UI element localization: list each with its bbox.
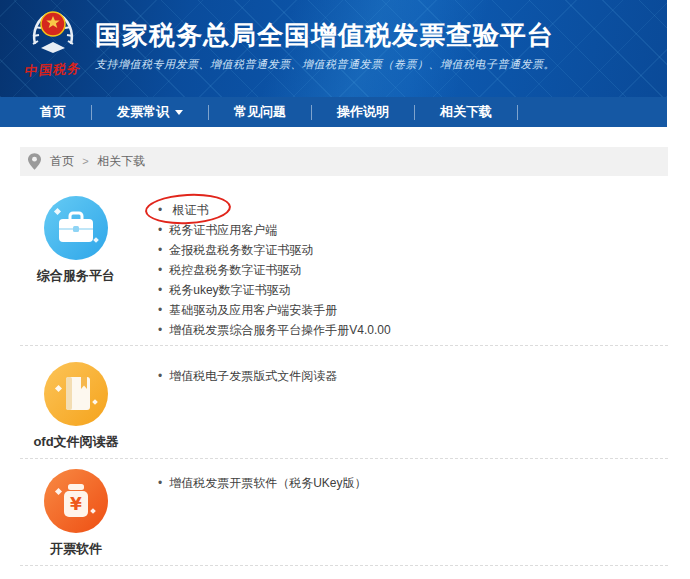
page: 中国税务 国家税务总局全国增值税发票查验平台 支持增值税专用发票、增值税普通发票… bbox=[0, 0, 690, 579]
main-nav: 首页 发票常识 常见问题 操作说明 相关下载 bbox=[0, 97, 667, 127]
location-pin-icon bbox=[28, 153, 41, 170]
book-icon bbox=[44, 362, 108, 426]
nav-item-home[interactable]: 首页 bbox=[15, 103, 91, 121]
category-label: 综合服务平台 bbox=[37, 267, 115, 285]
download-link-jinbaoshuipan-driver[interactable]: 金报税盘税务数字证书驱动 bbox=[158, 240, 391, 260]
breadcrumb-current: 相关下载 bbox=[97, 154, 145, 168]
page-subtitle: 支持增值税专用发票、增值税普通发票、增值税普通发票（卷票）、增值税电子普通发票。 bbox=[95, 57, 667, 72]
nav-divider bbox=[517, 105, 518, 120]
download-link-ukey-driver[interactable]: 税务ukey数字证书驱动 bbox=[158, 280, 391, 300]
download-link-tax-cert-client[interactable]: 税务证书应用客户端 bbox=[158, 220, 391, 240]
tax-emblem-icon bbox=[25, 8, 81, 56]
chevron-down-icon bbox=[175, 110, 183, 115]
category-label: 开票软件 bbox=[50, 540, 102, 558]
yuan-symbol: ¥ bbox=[70, 494, 82, 514]
breadcrumb-separator: > bbox=[82, 155, 88, 167]
page-title: 国家税务总局全国增值税发票查验平台 bbox=[95, 20, 667, 50]
breadcrumb: 首页 > 相关下载 bbox=[20, 147, 668, 176]
breadcrumb-home-link[interactable]: 首页 bbox=[50, 154, 74, 168]
toolbox-icon bbox=[44, 196, 108, 260]
nav-item-invoice-knowledge[interactable]: 发票常识 bbox=[92, 103, 208, 121]
nav-item-downloads[interactable]: 相关下载 bbox=[415, 103, 517, 121]
download-link-platform-manual[interactable]: 增值税发票综合服务平台操作手册V4.0.00 bbox=[158, 320, 391, 340]
section-comprehensive-service-platform: 综合服务平台 根证书 税务证书应用客户端 金报税盘税务数字证书驱动 税控盘税务数… bbox=[20, 176, 668, 346]
section-invoicing-software: ¥ 开票软件 增值税发票开票软件（税务UKey版） bbox=[20, 459, 668, 566]
nav-item-label: 发票常识 bbox=[117, 103, 169, 121]
nav-item-faq[interactable]: 常见问题 bbox=[209, 103, 311, 121]
download-link-shuikongpan-driver[interactable]: 税控盘税务数字证书驱动 bbox=[158, 260, 391, 280]
download-link-install-manual[interactable]: 基础驱动及应用客户端安装手册 bbox=[158, 300, 391, 320]
tax-bureau-logo: 中国税务 bbox=[22, 8, 84, 79]
downloads-content: 综合服务平台 根证书 税务证书应用客户端 金报税盘税务数字证书驱动 税控盘税务数… bbox=[20, 176, 668, 566]
nav-item-instructions[interactable]: 操作说明 bbox=[312, 103, 414, 121]
category-label: ofd文件阅读器 bbox=[33, 433, 118, 451]
site-header: 中国税务 国家税务总局全国增值税发票查验平台 支持增值税专用发票、增值税普通发票… bbox=[0, 0, 667, 97]
section-ofd-reader: ofd文件阅读器 增值税电子发票版式文件阅读器 bbox=[20, 346, 668, 459]
download-link-ofd-invoice-reader[interactable]: 增值税电子发票版式文件阅读器 bbox=[158, 366, 337, 386]
download-link-invoicing-software-ukey[interactable]: 增值税发票开票软件（税务UKey版） bbox=[158, 473, 367, 493]
logo-script-text: 中国税务 bbox=[21, 59, 86, 80]
money-jar-icon: ¥ bbox=[44, 469, 108, 533]
download-link-root-certificate[interactable]: 根证书 bbox=[158, 200, 391, 220]
